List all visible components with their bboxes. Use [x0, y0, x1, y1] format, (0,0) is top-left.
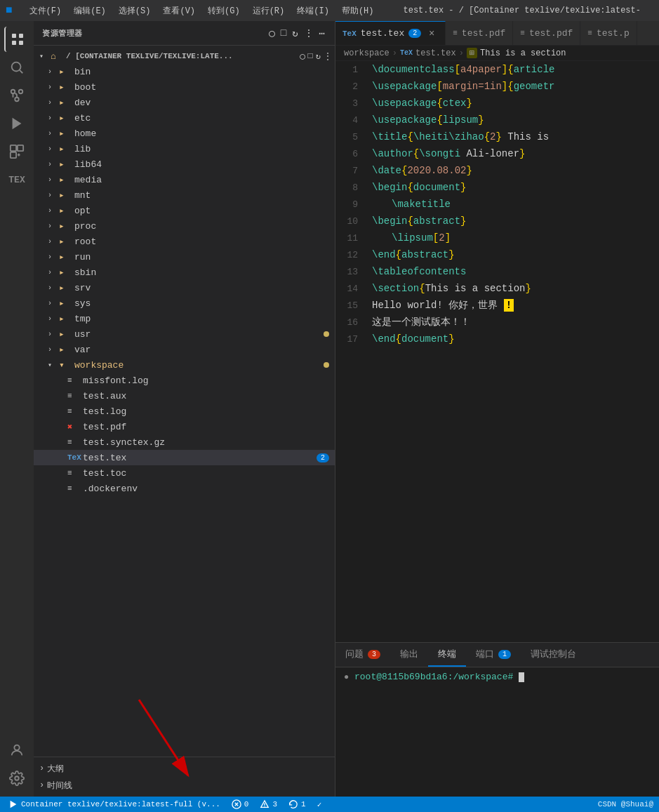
- activity-settings[interactable]: [4, 766, 29, 791]
- tree-item-sbin[interactable]: › ▸ sbin: [34, 265, 335, 280]
- terminal-content[interactable]: ● root@8115b69bd1a6:/workspace#: [335, 667, 659, 797]
- tree-item-media[interactable]: › ▸ media: [34, 172, 335, 187]
- tree-item-var[interactable]: › ▸ var: [34, 342, 335, 357]
- breadcrumb-workspace[interactable]: workspace: [344, 48, 390, 58]
- line-number: 15: [335, 300, 369, 311]
- tree-item-workspace[interactable]: ▾ ▾ workspace: [34, 357, 335, 373]
- status-container[interactable]: Container texlive/texlive:latest-full (v…: [6, 799, 223, 809]
- folder-icon: ▸: [59, 66, 72, 77]
- editor-area: TeX test.tex 2 × ≡ test.pdf ≡ test.pdf ≡…: [335, 21, 659, 797]
- tree-item-lib64[interactable]: › ▸ lib64: [34, 157, 335, 172]
- status-brand: CSDN @Shuai@: [598, 800, 653, 808]
- panel-tab-terminal[interactable]: 终端: [428, 643, 466, 667]
- activity-extensions[interactable]: [4, 139, 29, 164]
- svg-point-7: [19, 90, 23, 94]
- tree-item-proc[interactable]: › ▸ proc: [34, 218, 335, 234]
- folder-icon: ▸: [59, 267, 72, 278]
- activity-account[interactable]: [4, 738, 29, 763]
- folder-label: mnt: [74, 190, 335, 201]
- tree-item-etc[interactable]: › ▸ etc: [34, 110, 335, 126]
- tab-label: test.pdf: [462, 28, 505, 39]
- menu-select[interactable]: 选择(S): [113, 4, 157, 18]
- activity-source-control[interactable]: [4, 83, 29, 108]
- activity-search[interactable]: [4, 55, 29, 80]
- refresh-icon[interactable]: ↻: [291, 26, 299, 41]
- tree-item-bin[interactable]: › ▸ bin: [34, 64, 335, 79]
- tree-item-home[interactable]: › ▸ home: [34, 126, 335, 141]
- folder-label: proc: [74, 221, 335, 232]
- timeline-section-toggle[interactable]: › 时间线: [34, 777, 335, 794]
- outline-section-toggle[interactable]: › 大纲: [34, 760, 335, 777]
- tree-item-missfont[interactable]: › ≡ missfont.log: [34, 373, 335, 388]
- menu-view[interactable]: 查看(V): [157, 4, 201, 18]
- code-line-4: 4 \usepackage{lipsum}: [335, 112, 659, 128]
- tree-item-srv[interactable]: › ▸ srv: [34, 280, 335, 295]
- menu-help[interactable]: 帮助(H): [336, 4, 380, 18]
- warning-count: 3: [272, 800, 277, 808]
- menu-goto[interactable]: 转到(G): [202, 4, 246, 18]
- panel-tab-output[interactable]: 输出: [390, 643, 428, 667]
- tree-item-dev[interactable]: › ▸ dev: [34, 95, 335, 110]
- output-label: 输出: [400, 648, 418, 660]
- timeline-chevron-icon: ›: [39, 780, 44, 790]
- tree-item-opt[interactable]: › ▸ opt: [34, 203, 335, 218]
- collapse-icon[interactable]: ⋮: [302, 26, 315, 41]
- tree-item-sys[interactable]: › ▸ sys: [34, 295, 335, 311]
- tab-badge: 2: [408, 29, 421, 38]
- workspace-folder-icon: ▾: [59, 359, 72, 371]
- menu-terminal[interactable]: 终端(I): [291, 4, 335, 18]
- new-file-icon[interactable]: ◯: [267, 26, 276, 41]
- tree-item-root[interactable]: › ▸ root: [34, 234, 335, 249]
- tree-root[interactable]: ▾ ⌂ / [CONTAINER TEXLIVE/TEXLIVE:LATE...…: [34, 48, 335, 64]
- tab-close-button[interactable]: ×: [425, 27, 438, 40]
- tree-item-boot[interactable]: › ▸ boot: [34, 79, 335, 95]
- tab-testpdf-1[interactable]: ≡ test.pdf: [446, 21, 513, 45]
- tab-testp[interactable]: ≡ test.p: [580, 21, 637, 45]
- tab-testtex[interactable]: TeX test.tex 2 ×: [335, 21, 446, 45]
- chevron-right-icon: ›: [48, 114, 59, 122]
- code-editor[interactable]: 1 \documentclass[a4paper]{article 2 \use…: [335, 61, 659, 642]
- activity-run-debug[interactable]: [4, 111, 29, 136]
- line-content: \begin{document}: [369, 182, 659, 193]
- line-content: \usepackage[margin=1in]{geometr: [369, 81, 659, 92]
- menu-file[interactable]: 文件(F): [24, 4, 67, 18]
- menu-edit[interactable]: 编辑(E): [68, 4, 112, 18]
- line-content: \end{document}: [369, 333, 659, 345]
- titlebar: ■ 文件(F) 编辑(E) 选择(S) 查看(V) 转到(G) 运行(R) 终端…: [0, 0, 659, 21]
- activity-tex[interactable]: TEX: [4, 167, 29, 192]
- code-line-17: 17 \end{document}: [335, 331, 659, 347]
- tree-item-lib[interactable]: › ▸ lib: [34, 141, 335, 157]
- status-warnings[interactable]: 3: [257, 799, 280, 809]
- panel-tab-problems[interactable]: 问题 3: [335, 643, 390, 667]
- status-check[interactable]: ✓: [314, 800, 325, 809]
- panel-tab-debug[interactable]: 调试控制台: [521, 643, 586, 667]
- tree-item-run[interactable]: › ▸ run: [34, 249, 335, 265]
- breadcrumb-file[interactable]: test.tex: [415, 48, 456, 58]
- tree-item-dockerenv[interactable]: › ≡ .dockerenv: [34, 481, 335, 496]
- tree-item-testtoc[interactable]: › ≡ test.toc: [34, 465, 335, 481]
- tex-file-icon: TeX: [67, 453, 80, 462]
- tree-item-usr[interactable]: › ▸ usr: [34, 326, 335, 342]
- tree-item-tmp[interactable]: › ▸ tmp: [34, 311, 335, 326]
- tree-item-testsynctex[interactable]: › ≡ test.synctex.gz: [34, 434, 335, 450]
- status-sync[interactable]: 1: [286, 799, 309, 809]
- tree-item-testaux[interactable]: › ≡ test.aux: [34, 388, 335, 404]
- new-folder-icon[interactable]: □: [279, 26, 288, 41]
- more-actions-icon[interactable]: ⋯: [318, 26, 326, 41]
- tab-testpdf-2[interactable]: ≡ test.pdf: [513, 21, 580, 45]
- chevron-right-icon: ›: [48, 331, 59, 338]
- line-content: \lipsum[2]: [369, 232, 659, 244]
- panel-tab-ports[interactable]: 端口 1: [466, 643, 521, 667]
- status-errors[interactable]: 0: [229, 799, 252, 809]
- tree-item-testlog[interactable]: › ≡ test.log: [34, 404, 335, 419]
- tab-tex-icon: TeX: [342, 29, 357, 38]
- tree-item-mnt[interactable]: › ▸ mnt: [34, 187, 335, 203]
- line-content: \documentclass[a4paper]{article: [369, 64, 659, 75]
- file-badge: 2: [317, 453, 329, 462]
- activity-explorer[interactable]: [4, 27, 29, 52]
- folder-label: sbin: [74, 267, 335, 278]
- tree-item-testtex[interactable]: › TeX test.tex 2: [34, 450, 335, 465]
- tree-item-testpdf[interactable]: › ✖ test.pdf: [34, 419, 335, 434]
- menu-run[interactable]: 运行(R): [247, 4, 291, 18]
- status-bar: Container texlive/texlive:latest-full (v…: [0, 797, 659, 812]
